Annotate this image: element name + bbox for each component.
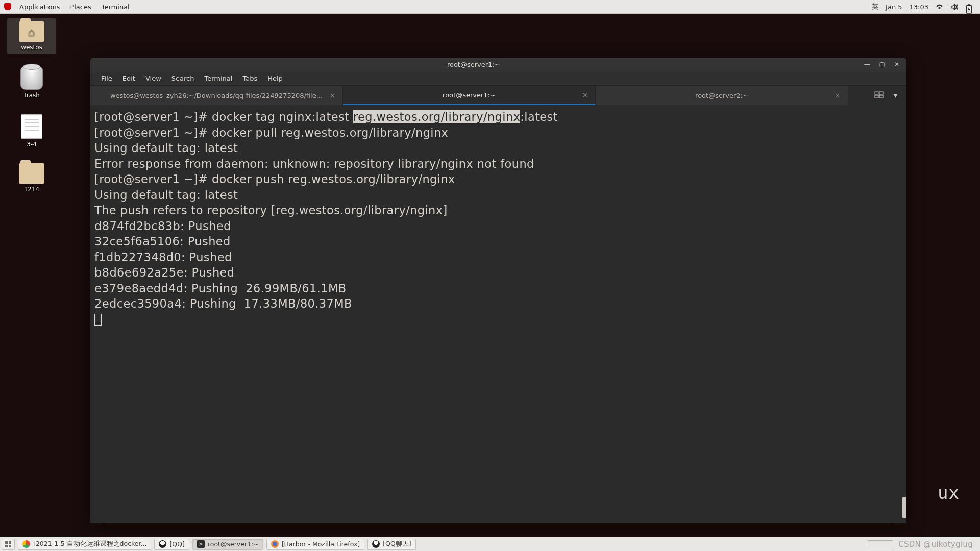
firefox-icon — [271, 540, 279, 548]
show-desktop-button[interactable] — [2, 539, 15, 550]
menu-search[interactable]: Search — [167, 73, 199, 84]
taskbar-item-label: [2021-1-5 自动化运维课程之docker... — [33, 540, 146, 548]
svg-rect-8 — [5, 545, 8, 547]
window-close-button[interactable]: ✕ — [894, 61, 899, 68]
terminal-window: root@server1:~ — ▢ ✕ File Edit View Sear… — [90, 58, 906, 523]
svg-rect-4 — [875, 95, 878, 98]
desktop-icons: westos Trash 3-4 1214 — [7, 18, 56, 196]
tab-close-icon[interactable]: × — [582, 91, 588, 99]
taskbar-item-label: [QQ] — [169, 540, 184, 548]
menu-tabs[interactable]: Tabs — [238, 73, 262, 84]
taskbar-item-chrome[interactable]: [2021-1-5 自动化运维课程之docker... — [18, 539, 151, 550]
menu-terminal[interactable]: Terminal — [200, 73, 237, 84]
watermark-ux: ux — [938, 483, 960, 503]
document-icon — [21, 114, 42, 139]
volume-icon[interactable] — [950, 4, 958, 10]
taskbar-item-qqchat[interactable]: [QQ聊天] — [368, 539, 415, 550]
svg-rect-9 — [9, 545, 11, 547]
window-minimize-button[interactable]: — — [864, 61, 870, 68]
taskbar-item-label: [Harbor - Mozilla Firefox] — [282, 540, 360, 548]
svg-rect-5 — [879, 95, 883, 98]
desktop-icon-trash[interactable]: Trash — [7, 63, 56, 102]
qq-icon — [159, 540, 166, 548]
window-titlebar[interactable]: root@server1:~ — ▢ ✕ — [90, 58, 906, 71]
system-tray: 英 Jan 5 13:03 — [872, 2, 976, 11]
tab-label: root@server1:~ — [443, 91, 496, 99]
terminal-tab-3[interactable]: root@server2:~ × — [596, 86, 848, 105]
terminal-icon — [197, 540, 205, 548]
trash-icon — [20, 66, 43, 90]
desktop-icon-label: 3-4 — [27, 141, 37, 148]
terminal-output[interactable]: [root@server1 ~]# docker tag nginx:lates… — [90, 105, 906, 523]
terminal-tabbar: westos@westos_zyh26:~/Downloads/qq-files… — [90, 86, 906, 105]
desktop-icon-doc[interactable]: 3-4 — [7, 111, 56, 151]
tray-box[interactable] — [868, 540, 893, 548]
folder-icon — [19, 21, 44, 42]
svg-rect-3 — [879, 92, 883, 94]
svg-rect-1 — [968, 4, 970, 6]
window-title: root@server1:~ — [90, 61, 857, 68]
desktop-icon-folder[interactable]: 1214 — [7, 160, 56, 196]
terminal-cursor — [94, 314, 102, 326]
taskbar-item-label: root@server1:~ — [208, 540, 259, 548]
tab-close-icon[interactable]: × — [835, 91, 841, 99]
menu-help[interactable]: Help — [263, 73, 287, 84]
csdn-watermark: CSDN @uikotygiug — [898, 540, 973, 549]
menu-edit[interactable]: Edit — [118, 73, 140, 84]
chrome-icon — [22, 540, 30, 548]
svg-rect-7 — [9, 541, 11, 544]
qq-icon — [372, 540, 380, 548]
tab-label: root@server2:~ — [695, 92, 748, 99]
taskbar-item-qq[interactable]: [QQ] — [154, 539, 189, 550]
menu-terminal[interactable]: Terminal — [96, 3, 135, 11]
taskbar-item-terminal[interactable]: root@server1:~ — [192, 539, 263, 550]
wifi-icon[interactable] — [936, 4, 943, 10]
menu-applications[interactable]: Applications — [14, 3, 65, 11]
tab-close-icon[interactable]: × — [329, 91, 335, 99]
terminal-tab-1[interactable]: westos@westos_zyh26:~/Downloads/qq-files… — [90, 86, 343, 105]
battery-icon[interactable] — [965, 4, 973, 10]
svg-rect-2 — [875, 92, 878, 94]
menu-file[interactable]: File — [96, 73, 117, 84]
gnome-topbar: Applications Places Terminal 英 Jan 5 13:… — [0, 0, 980, 14]
window-maximize-button[interactable]: ▢ — [879, 61, 885, 68]
desktop-icon-label: westos — [21, 44, 42, 51]
svg-rect-6 — [5, 541, 8, 544]
folder-icon — [19, 163, 44, 184]
taskbar-item-firefox[interactable]: [Harbor - Mozilla Firefox] — [266, 539, 365, 550]
terminal-menubar: File Edit View Search Terminal Tabs Help — [90, 71, 906, 86]
taskbar-item-label: [QQ聊天] — [383, 540, 411, 548]
broadcast-icon[interactable] — [874, 91, 884, 100]
scrollbar-thumb[interactable] — [902, 497, 906, 518]
desktop-icon-label: Trash — [23, 92, 40, 99]
redhat-icon — [4, 3, 11, 10]
tab-menu-icon[interactable]: ▾ — [894, 91, 897, 99]
menu-places[interactable]: Places — [65, 3, 96, 11]
ime-indicator[interactable]: 英 — [872, 2, 878, 11]
desktop-icon-label: 1214 — [24, 186, 40, 193]
clock-time[interactable]: 13:03 — [910, 3, 928, 11]
terminal-tab-2[interactable]: root@server1:~ × — [343, 86, 596, 105]
clock-date[interactable]: Jan 5 — [886, 3, 902, 11]
tab-label: westos@westos_zyh26:~/Downloads/qq-files… — [110, 92, 323, 99]
menu-view[interactable]: View — [141, 73, 166, 84]
desktop-icon-westos[interactable]: westos — [7, 18, 56, 54]
bottom-taskbar: [2021-1-5 自动化运维课程之docker... [QQ] root@se… — [0, 537, 980, 551]
